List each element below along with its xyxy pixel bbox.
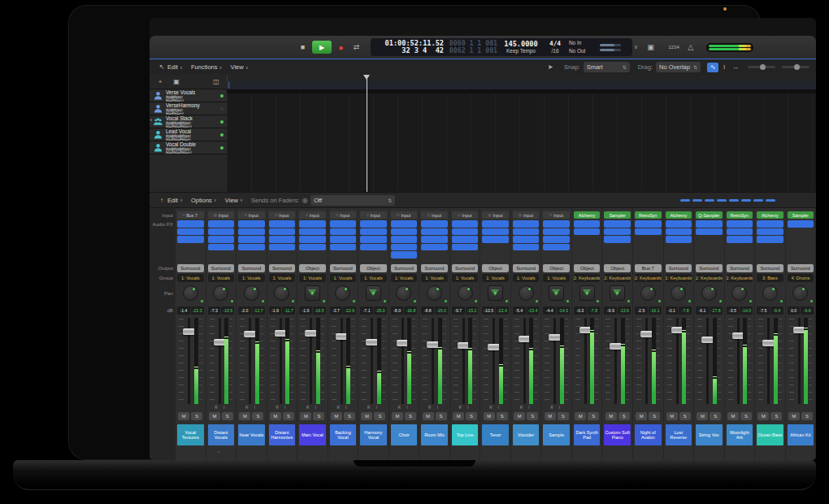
channel-strip[interactable]: Sampler Object 2: Keyboards -9.9 -13.6	[602, 208, 632, 460]
fader-track[interactable]	[706, 318, 709, 404]
channel-strip[interactable]: □ Input Surround 1: Vocals -3.7	[328, 208, 358, 460]
fx-plugin-slot[interactable]	[391, 236, 418, 243]
solo-button[interactable]: S	[344, 412, 355, 420]
mute-button[interactable]: M	[453, 412, 464, 420]
group-slot[interactable]: 3: Bass	[757, 274, 783, 282]
mute-button[interactable]: M	[757, 412, 769, 420]
fx-plugin-slot[interactable]	[666, 220, 692, 228]
peak-value[interactable]: -11.7	[282, 306, 295, 315]
input-slot[interactable]: RetroSyn	[635, 211, 662, 219]
peak-value[interactable]: -22.9	[343, 306, 356, 315]
peak-value[interactable]: -7.8	[679, 306, 692, 315]
track-on-indicator[interactable]	[220, 94, 224, 98]
horizontal-autozoom-button[interactable]: ↔	[730, 63, 741, 72]
fx-plugin-slot[interactable]	[513, 236, 540, 243]
group-slot[interactable]: 2: Keyboards	[696, 274, 723, 282]
solo-button[interactable]: S	[770, 412, 782, 420]
fx-plugin-slot[interactable]	[391, 220, 418, 228]
fx-plugin-slot[interactable]	[391, 228, 418, 236]
channel-filter-button[interactable]	[753, 199, 763, 202]
pan-control[interactable]	[604, 284, 631, 305]
solo-button[interactable]: S	[374, 412, 385, 420]
channel-name[interactable]: Top Line	[452, 424, 479, 445]
fx-plugin-slot[interactable]	[208, 244, 235, 251]
solo-button[interactable]: S	[649, 412, 660, 420]
fader-track[interactable]	[371, 318, 373, 404]
channel-name[interactable]: Sample	[543, 424, 570, 445]
fx-plugin-slot[interactable]	[452, 228, 479, 236]
peak-value[interactable]: -14.3	[557, 306, 570, 315]
gain-value[interactable]: -1.9	[269, 306, 282, 315]
channel-strip[interactable]: ◎ Input Surround 1: Vocals -5.4	[511, 208, 541, 460]
record-input-buttons[interactable]: R I	[330, 406, 357, 411]
pan-control[interactable]	[238, 284, 265, 305]
menu-item[interactable]: Options∨	[191, 197, 217, 204]
fx-plugin-slot[interactable]	[421, 220, 448, 228]
fx-plugin-slot[interactable]	[238, 236, 265, 243]
channel-filter-button[interactable]	[705, 199, 714, 202]
group-slot[interactable]: 1: Vocals	[238, 274, 265, 282]
pan-knob[interactable]	[640, 285, 656, 301]
fx-plugin-slot[interactable]	[299, 228, 326, 236]
record-input-buttons[interactable]	[177, 406, 204, 411]
drag-select[interactable]: No Overlap⇅	[656, 62, 701, 72]
channel-strip[interactable]: Sampler Surround 4: Drums 0.0 -6.6	[786, 208, 816, 460]
fx-plugin-slot[interactable]	[330, 244, 357, 251]
input-slot[interactable]: ◎ Input	[482, 211, 509, 219]
record-input-buttons[interactable]	[788, 406, 814, 411]
output-slot[interactable]: Object	[574, 264, 601, 272]
channel-name[interactable]: Vocal Textures	[177, 424, 204, 445]
pan-knob[interactable]	[305, 285, 320, 301]
channel-strip[interactable]: □ Input Surround 1: Vocals -2.0	[237, 208, 267, 460]
horizontal-zoom-slider[interactable]	[782, 66, 809, 68]
count-in-button[interactable]: 1234	[665, 41, 683, 53]
fx-plugin-slot[interactable]	[696, 220, 723, 228]
gain-value[interactable]: -5.4	[513, 306, 526, 315]
pan-control[interactable]	[299, 284, 326, 305]
fx-plugin-slot[interactable]	[421, 228, 448, 236]
back-icon[interactable]: ↑	[156, 195, 167, 205]
pan-knob[interactable]	[792, 285, 808, 301]
marquee-tool-button[interactable]: I	[718, 63, 730, 72]
mute-button[interactable]: M	[697, 412, 708, 420]
channel-strip[interactable]: Q-Sampler Surround 2: Keyboards -6.1 -27…	[694, 208, 724, 460]
mute-button[interactable]: M	[666, 412, 678, 420]
channel-strip[interactable]: Alchemy Surround 2: Keyboards -0.1 -7.8	[664, 208, 694, 460]
peak-value[interactable]: -23.3	[191, 306, 204, 315]
fx-plugin-slot[interactable]	[177, 228, 204, 236]
pan-knob[interactable]	[701, 285, 717, 301]
metronome-button[interactable]: △	[684, 41, 697, 53]
input-slot[interactable]: ▪ Bus 7	[177, 211, 204, 219]
catch-playhead-button[interactable]: ▣	[645, 41, 657, 53]
fx-plugin-slot[interactable]	[452, 244, 479, 251]
peak-value[interactable]: -16.8	[404, 306, 417, 315]
pan-knob[interactable]	[213, 285, 228, 301]
channel-strip[interactable]: ○ Input Object 1: Vocals -1.9 -1	[297, 208, 328, 460]
record-button[interactable]: ●	[335, 41, 347, 53]
input-slot[interactable]: Sampler	[788, 211, 814, 219]
fx-plugin-slot[interactable]	[543, 220, 570, 228]
solo-button[interactable]: S	[558, 412, 569, 420]
sends-mode-select[interactable]: Off⇅	[310, 195, 395, 206]
fx-plugin-slot[interactable]	[238, 220, 265, 228]
menu-item[interactable]: View∨	[231, 63, 249, 71]
output-slot[interactable]: Surround	[208, 264, 235, 272]
mute-button[interactable]: M	[545, 412, 556, 420]
input-slot[interactable]: □ Input	[330, 211, 357, 219]
mute-button[interactable]: M	[423, 412, 434, 420]
channel-filter-button[interactable]	[766, 199, 775, 202]
fader-track[interactable]	[493, 318, 495, 404]
fader-track[interactable]	[767, 318, 770, 404]
record-input-buttons[interactable]	[727, 406, 753, 411]
gain-value[interactable]: -2.5	[635, 306, 648, 315]
gain-value[interactable]: -8.8	[421, 306, 434, 315]
solo-button[interactable]: S	[740, 412, 752, 420]
output-slot[interactable]: Surround	[421, 264, 448, 272]
peak-value[interactable]: -22.4	[496, 306, 509, 315]
fx-plugin-slot[interactable]	[330, 220, 357, 228]
track-header[interactable]: Vocal Double [object Object][object Obje…	[150, 141, 227, 154]
fx-plugin-slot[interactable]	[727, 220, 753, 228]
snap-select[interactable]: Smart⇅	[584, 62, 630, 72]
fx-plugin-slot[interactable]	[269, 244, 296, 251]
fx-plugin-slot[interactable]	[635, 228, 662, 236]
